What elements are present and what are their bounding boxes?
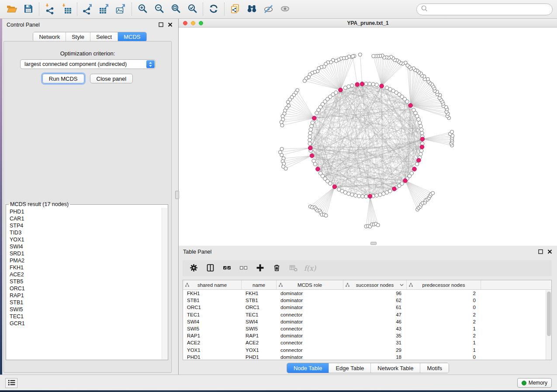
delete-column-button[interactable] bbox=[270, 261, 284, 275]
eye-slash-icon bbox=[263, 3, 274, 15]
tab-network-table[interactable]: Network Table bbox=[370, 363, 420, 373]
cell-MCDS-role: dominator bbox=[277, 291, 343, 296]
table-row[interactable]: SWI5SWI5connector431 bbox=[183, 325, 551, 332]
mcds-result-item[interactable]: GCR1 bbox=[10, 320, 162, 327]
cell-predecessor-nodes: 1 bbox=[407, 340, 481, 345]
zoom-selected-button[interactable] bbox=[184, 1, 201, 17]
mcds-result-item[interactable]: SWI5 bbox=[10, 306, 162, 313]
control-panel: Control Panel NetworkStyleSelectMCDS Opt… bbox=[2, 19, 177, 375]
tab-motifs[interactable]: Motifs bbox=[420, 363, 449, 373]
mcds-result-item[interactable]: ORC1 bbox=[10, 285, 162, 292]
close-panel-icon[interactable] bbox=[168, 22, 173, 27]
run-mcds-button[interactable]: Run MCDS bbox=[42, 74, 84, 83]
preview-button[interactable] bbox=[277, 1, 293, 17]
desktop-wallpaper-strip bbox=[0, 390, 557, 392]
mcds-result-item[interactable]: STB1 bbox=[10, 299, 162, 306]
float-panel-icon[interactable] bbox=[538, 249, 543, 254]
cell-shared-name: TEC1 bbox=[183, 312, 242, 317]
table-row[interactable]: FKH1FKH1dominator962 bbox=[183, 290, 551, 297]
tab-network[interactable]: Network bbox=[33, 32, 66, 41]
table-scrollbar[interactable] bbox=[546, 290, 551, 360]
table-row[interactable]: RAP1RAP1dominator352 bbox=[183, 332, 551, 339]
network-canvas[interactable] bbox=[179, 28, 557, 246]
function-builder-label: f(x) bbox=[304, 264, 316, 272]
table-row[interactable]: YOX1YOX1connector291 bbox=[183, 347, 551, 354]
mcds-result-item[interactable]: STP4 bbox=[10, 222, 162, 229]
cell-MCDS-role: dominator bbox=[277, 305, 343, 310]
memory-button[interactable]: Memory bbox=[517, 378, 552, 388]
mcds-result-item[interactable]: FKH1 bbox=[10, 264, 162, 271]
mcds-result-item[interactable]: SWI4 bbox=[10, 243, 162, 250]
table-row[interactable]: ACE2ACE2connector311 bbox=[183, 339, 551, 346]
column-browser-button[interactable] bbox=[204, 261, 217, 275]
column-header-successor-nodes[interactable]: successor nodes bbox=[343, 280, 407, 289]
mcds-result-item[interactable]: ACE2 bbox=[10, 271, 162, 278]
refresh-layout-button[interactable] bbox=[205, 1, 222, 17]
cell-name: STB1 bbox=[242, 298, 277, 303]
close-window-icon[interactable] bbox=[183, 21, 187, 25]
export-table-button[interactable] bbox=[96, 1, 113, 17]
import-table-button[interactable] bbox=[58, 1, 75, 17]
copy-network-button[interactable] bbox=[227, 1, 243, 17]
import-network-button[interactable] bbox=[42, 1, 58, 17]
zoom-fit-button[interactable] bbox=[167, 1, 184, 17]
task-history-button[interactable] bbox=[5, 378, 17, 388]
deselect-all-button[interactable] bbox=[237, 261, 250, 275]
criterion-dropdown[interactable]: largest connected component (undirected) bbox=[20, 59, 156, 69]
save-button[interactable] bbox=[20, 1, 37, 17]
table-row[interactable]: TEC1TEC1connector472 bbox=[183, 311, 551, 318]
maximize-window-icon[interactable] bbox=[199, 21, 203, 25]
table-row[interactable]: PHD1PHD1dominator180 bbox=[183, 354, 551, 360]
mcds-result-item[interactable]: YOX1 bbox=[10, 236, 162, 243]
cell-name: TEC1 bbox=[242, 312, 277, 317]
add-column-button[interactable] bbox=[253, 261, 267, 275]
tab-mcds[interactable]: MCDS bbox=[118, 32, 146, 41]
zoom-out-button[interactable] bbox=[151, 1, 167, 17]
minimize-window-icon[interactable] bbox=[191, 21, 195, 25]
optimization-criterion-label: Optimization criterion: bbox=[4, 50, 171, 57]
mcds-result-item[interactable]: STB5 bbox=[10, 278, 162, 285]
node-table: shared namenameMCDS rolesuccessor nodesp… bbox=[183, 280, 552, 360]
column-header-shared-name[interactable]: shared name bbox=[183, 280, 242, 289]
function-builder-button[interactable]: f(x) bbox=[303, 261, 317, 275]
tab-select[interactable]: Select bbox=[90, 32, 118, 41]
mcds-result-item[interactable]: CAR1 bbox=[10, 215, 162, 222]
cell-predecessor-nodes: 2 bbox=[407, 312, 481, 317]
attribute-icon bbox=[409, 283, 413, 287]
mcds-result-item[interactable]: PHD1 bbox=[10, 208, 162, 215]
column-header-name[interactable]: name bbox=[242, 280, 277, 289]
memory-status-icon bbox=[522, 381, 526, 385]
select-all-button[interactable] bbox=[220, 261, 234, 275]
export-image-button[interactable] bbox=[113, 1, 129, 17]
app-window: Control Panel NetworkStyleSelectMCDS Opt… bbox=[0, 0, 557, 392]
search-input[interactable] bbox=[430, 6, 548, 13]
mcds-result-item[interactable]: TID3 bbox=[10, 229, 162, 236]
mcds-result-item[interactable]: SRD1 bbox=[10, 250, 162, 257]
mcds-result-item[interactable]: PMA2 bbox=[10, 257, 162, 264]
mcds-result-item[interactable]: RAP1 bbox=[10, 292, 162, 299]
close-panel-icon[interactable] bbox=[547, 249, 552, 254]
tab-edge-table[interactable]: Edge Table bbox=[329, 363, 370, 373]
column-header-predecessor-nodes[interactable]: predecessor nodes bbox=[407, 280, 481, 289]
table-row[interactable]: SWI4SWI4dominator462 bbox=[183, 318, 551, 325]
binoculars-search-button[interactable] bbox=[243, 1, 260, 17]
open-button[interactable] bbox=[3, 1, 20, 17]
export-network-button[interactable] bbox=[80, 1, 96, 17]
table-row[interactable]: STB1STB1dominator620 bbox=[183, 297, 551, 304]
table-options-button[interactable] bbox=[187, 261, 201, 275]
tab-node-table[interactable]: Node Table bbox=[287, 363, 329, 373]
float-panel-icon[interactable] bbox=[159, 22, 163, 27]
tab-style[interactable]: Style bbox=[66, 32, 90, 41]
table-scrollbar-thumb[interactable] bbox=[547, 292, 551, 336]
close-panel-button[interactable]: Close panel bbox=[90, 74, 133, 83]
list-icon bbox=[8, 379, 15, 387]
result-list-scrollbar[interactable] bbox=[162, 208, 167, 359]
column-header-MCDS-role[interactable]: MCDS role bbox=[277, 280, 343, 289]
zoom-in-button[interactable] bbox=[134, 1, 151, 17]
table-row[interactable]: ORC1ORC1dominator610 bbox=[183, 304, 551, 311]
mcds-result-item[interactable]: TEC1 bbox=[10, 313, 162, 320]
hide-panel-button[interactable] bbox=[260, 1, 277, 17]
delete-table-button[interactable] bbox=[287, 261, 300, 275]
horizontal-splitter-handle[interactable] bbox=[370, 242, 377, 245]
vertical-splitter-handle[interactable] bbox=[175, 191, 179, 199]
